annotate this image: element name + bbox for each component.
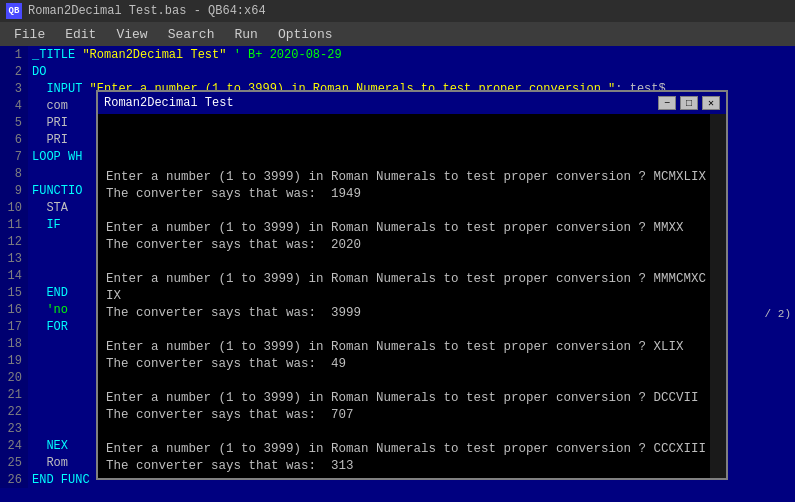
line-content: PRI xyxy=(28,116,68,130)
console-output-line: Enter a number (1 to 3999) in Roman Nume… xyxy=(106,441,718,458)
line-number: 3 xyxy=(0,80,28,97)
menu-bar: File Edit View Search Run Options xyxy=(0,22,795,46)
line-number: 9 xyxy=(0,182,28,199)
line-number: 11 xyxy=(0,216,28,233)
line-number: 13 xyxy=(0,250,28,267)
console-output-line: Enter a number (1 to 3999) in Roman Nume… xyxy=(106,339,718,356)
app-icon: QB xyxy=(6,3,22,19)
line-number: 20 xyxy=(0,369,28,386)
editor-line: 2DO xyxy=(0,63,795,80)
line-content: 'no xyxy=(28,303,68,317)
line-number: 4 xyxy=(0,97,28,114)
menu-options[interactable]: Options xyxy=(268,25,343,44)
console-output-line: The converter says that was: 3999 xyxy=(106,305,718,322)
line-number: 5 xyxy=(0,114,28,131)
line-number: 18 xyxy=(0,335,28,352)
line-content: STA xyxy=(28,201,68,215)
console-output-line: The converter says that was: 2020 xyxy=(106,237,718,254)
line-content: LOOP WH xyxy=(28,150,82,164)
console-output-line: The converter says that was: 313 xyxy=(106,458,718,475)
line-number: 6 xyxy=(0,131,28,148)
line-number: 17 xyxy=(0,318,28,335)
line-number: 1 xyxy=(0,46,28,63)
line-content: NEX xyxy=(28,439,68,453)
console-output-line: IX xyxy=(106,288,718,305)
console-title: Roman2Decimal Test xyxy=(104,96,234,110)
console-output-line xyxy=(106,322,718,339)
line-number: 10 xyxy=(0,199,28,216)
menu-run[interactable]: Run xyxy=(224,25,267,44)
editor-scroll-hint: / 2) xyxy=(761,306,795,322)
menu-view[interactable]: View xyxy=(106,25,157,44)
line-number: 8 xyxy=(0,165,28,182)
line-content: IF xyxy=(28,218,61,232)
line-number: 7 xyxy=(0,148,28,165)
line-number: 19 xyxy=(0,352,28,369)
line-content: END xyxy=(28,286,68,300)
line-number: 26 xyxy=(0,471,28,488)
menu-edit[interactable]: Edit xyxy=(55,25,106,44)
editor-area[interactable]: 1_TITLE "Roman2Decimal Test" ' B+ 2020-0… xyxy=(0,46,795,502)
window-title: Roman2Decimal Test.bas - QB64:x64 xyxy=(28,4,266,18)
line-content: com xyxy=(28,99,68,113)
console-scrollbar[interactable] xyxy=(710,114,726,478)
console-output-line: Enter a number (1 to 3999) in Roman Nume… xyxy=(106,271,718,288)
menu-file[interactable]: File xyxy=(4,25,55,44)
line-content: PRI xyxy=(28,133,68,147)
line-number: 24 xyxy=(0,437,28,454)
console-output-line: Enter a number (1 to 3999) in Roman Nume… xyxy=(106,169,718,186)
console-window-controls[interactable]: − □ ✕ xyxy=(658,96,720,110)
console-output-line: The converter says that was: 49 xyxy=(106,356,718,373)
line-content: DO xyxy=(28,65,46,79)
console-output-line: Enter a number (1 to 3999) in Roman Nume… xyxy=(106,390,718,407)
line-content: END FUNC xyxy=(28,473,90,487)
line-number: 15 xyxy=(0,284,28,301)
console-titlebar: Roman2Decimal Test − □ ✕ xyxy=(98,92,726,114)
console-output-line: The converter says that was: 707 xyxy=(106,407,718,424)
minimize-button[interactable]: − xyxy=(658,96,676,110)
title-bar: QB Roman2Decimal Test.bas - QB64:x64 xyxy=(0,0,795,22)
console-output-line xyxy=(106,254,718,271)
line-content: _TITLE "Roman2Decimal Test" ' B+ 2020-08… xyxy=(28,48,342,62)
line-number: 14 xyxy=(0,267,28,284)
console-output-line xyxy=(106,475,718,478)
line-number: 21 xyxy=(0,386,28,403)
console-output-line xyxy=(106,373,718,390)
maximize-button[interactable]: □ xyxy=(680,96,698,110)
line-content: Rom xyxy=(28,456,68,470)
line-number: 12 xyxy=(0,233,28,250)
editor-line: 1_TITLE "Roman2Decimal Test" ' B+ 2020-0… xyxy=(0,46,795,63)
line-number: 2 xyxy=(0,63,28,80)
console-output-line: Enter a number (1 to 3999) in Roman Nume… xyxy=(106,220,718,237)
console-body: Enter a number (1 to 3999) in Roman Nume… xyxy=(98,114,726,478)
console-window[interactable]: Roman2Decimal Test − □ ✕ Enter a number … xyxy=(96,90,728,480)
line-number: 16 xyxy=(0,301,28,318)
menu-search[interactable]: Search xyxy=(158,25,225,44)
console-output-line xyxy=(106,424,718,441)
line-content: FUNCTIO xyxy=(28,184,82,198)
console-output-line xyxy=(106,152,718,169)
line-number: 23 xyxy=(0,420,28,437)
line-number: 25 xyxy=(0,454,28,471)
line-content: FOR xyxy=(28,320,68,334)
console-output-line: The converter says that was: 1949 xyxy=(106,186,718,203)
console-output-line xyxy=(106,203,718,220)
close-button[interactable]: ✕ xyxy=(702,96,720,110)
line-number: 22 xyxy=(0,403,28,420)
